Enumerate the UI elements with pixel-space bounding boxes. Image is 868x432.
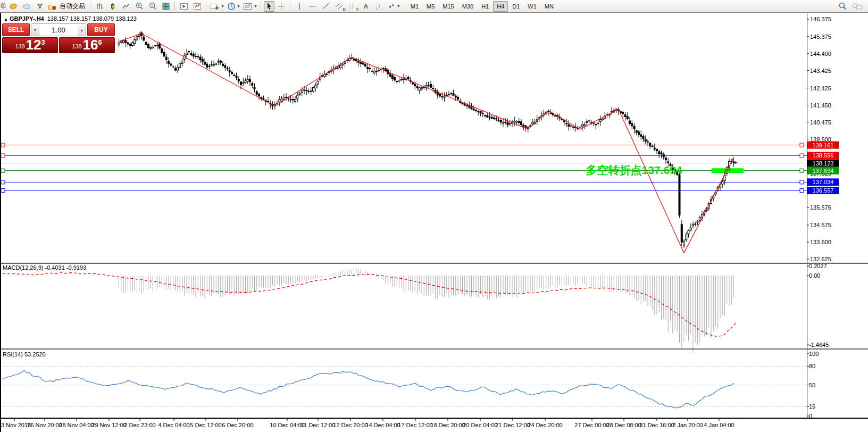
- sell-price-sup: 3: [41, 38, 45, 46]
- price-badge-text: 139.161: [813, 142, 834, 148]
- text-label-tool[interactable]: T: [373, 1, 386, 12]
- volume-input[interactable]: 1.00: [39, 24, 78, 36]
- collapse-marker-icon[interactable]: ▲: [4, 17, 8, 22]
- price-tick: 146.375: [810, 16, 831, 22]
- rsi-tick: 15: [809, 403, 815, 410]
- toolbar-separator: [174, 2, 176, 11]
- horizontal-line-tool[interactable]: [306, 1, 319, 12]
- time-tick: 26 Nov 20:00: [27, 422, 62, 428]
- timeframe-d1-button[interactable]: D1: [508, 1, 523, 12]
- last-price-marker: [735, 161, 738, 164]
- fibonacci-tool[interactable]: F: [346, 1, 359, 12]
- new-chart-button[interactable]: ▼: [209, 1, 226, 12]
- chart-canvas[interactable]: 146.375145.375144.400143.425142.425141.4…: [0, 0, 868, 432]
- toolbar-separator: [90, 2, 91, 11]
- time-tick: 23 Nov 2018: [0, 422, 31, 428]
- equidistant-channel-tool[interactable]: E: [333, 1, 346, 12]
- time-tick: 2 Dec 23:00: [124, 422, 155, 428]
- timeframe-m1-button[interactable]: M1: [407, 1, 422, 12]
- sell-button[interactable]: SELL: [2, 23, 30, 36]
- price-tick: 144.400: [810, 51, 831, 57]
- price-tick: 143.425: [810, 68, 831, 74]
- one-click-trading-panel: SELL ▼ 1.00 ▲ BUY 138 12 3 138 16 6: [2, 23, 115, 53]
- price-tick: 142.425: [810, 85, 831, 92]
- time-tick: 14 Dec 04:00: [365, 422, 400, 428]
- candlestick-chart-icon[interactable]: [106, 1, 119, 12]
- buy-price-button[interactable]: 138 16 6: [59, 37, 115, 53]
- chevron-down-icon: ▼: [237, 4, 240, 8]
- trendline-tool[interactable]: [320, 1, 332, 12]
- price-badge-text: 138.123: [813, 160, 834, 167]
- time-tick: 4 Jan 04:00: [704, 422, 735, 428]
- toolbar-separator: [404, 2, 405, 11]
- signals-icon[interactable]: [34, 1, 46, 12]
- cursor-tool[interactable]: [264, 1, 274, 12]
- indicators-add-icon[interactable]: [178, 1, 190, 12]
- line-chart-icon[interactable]: [120, 1, 132, 12]
- rsi-label: RSI(14) 53.2520: [3, 351, 46, 358]
- timeframe-mn-button[interactable]: MN: [541, 1, 557, 12]
- macd-values: -0.4031 -0.9193: [45, 264, 86, 271]
- bar-chart-icon[interactable]: [93, 1, 106, 12]
- tile-windows-icon[interactable]: [160, 1, 172, 12]
- chevron-down-icon: ▼: [254, 4, 257, 8]
- timeframe-h1-button[interactable]: H1: [478, 1, 493, 12]
- zoom-in-icon[interactable]: [133, 1, 146, 12]
- chat-icon[interactable]: [851, 1, 864, 12]
- chevron-down-icon: ▼: [221, 4, 224, 8]
- autotrade-button[interactable]: 自动交易: [47, 1, 88, 12]
- zigzag-line: [119, 34, 734, 253]
- time-tick: 10 Dec 04:00: [270, 422, 304, 428]
- text-tool[interactable]: A: [360, 1, 372, 12]
- market-cloud-icon[interactable]: [20, 1, 33, 12]
- time-tick: 6 Dec 20:00: [222, 422, 253, 428]
- time-tick: 2 Jan 20:00: [672, 422, 703, 428]
- time-tick: 20 Dec 04:00: [463, 422, 497, 428]
- timeframe-m5-button[interactable]: M5: [423, 1, 438, 12]
- buy-button[interactable]: BUY: [87, 23, 115, 36]
- time-tick: 4 Dec 04:00: [158, 422, 189, 428]
- vertical-line-tool[interactable]: [293, 1, 306, 12]
- price-tick: 134.575: [810, 222, 831, 228]
- arrows-tool[interactable]: ▼: [386, 1, 402, 12]
- timeframe-h4-button[interactable]: H4: [493, 1, 508, 12]
- timeframe-m15-button[interactable]: M15: [439, 1, 457, 12]
- macd-tick: 0.2027: [809, 263, 827, 269]
- time-tick: 18 Dec 20:00: [430, 422, 465, 428]
- indicators-edit-icon[interactable]: [191, 1, 204, 12]
- rsi-tick: 100: [809, 351, 819, 357]
- price-tick: 133.600: [810, 239, 831, 245]
- rsi-tick: 0: [809, 413, 812, 419]
- autotrade-label: 自动交易: [58, 2, 87, 11]
- price-badge-text: 138.556: [813, 152, 834, 159]
- toolbar-separator: [261, 2, 262, 11]
- price-tick: 145.375: [810, 34, 831, 40]
- period-clock-button[interactable]: ▼: [226, 1, 241, 12]
- search-icon[interactable]: [836, 1, 849, 12]
- new-order-icon[interactable]: [7, 1, 20, 12]
- time-tick: 24 Dec 20:00: [528, 422, 562, 428]
- turning-point-annotation: 多空转折点137.694: [586, 164, 682, 177]
- timeframe-w1-button[interactable]: W1: [524, 1, 540, 12]
- buy-price-sup: 6: [98, 38, 102, 46]
- volume-increase-button[interactable]: ▲: [78, 24, 86, 36]
- crosshair-tool[interactable]: [275, 1, 288, 12]
- time-tick: 28 Dec 08:00: [606, 422, 641, 428]
- time-tick: 31 Dec 16:00: [639, 422, 674, 428]
- macd-label: MACD(12,26,9) -0.4031 -0.9193: [3, 264, 86, 271]
- chart-ohlc-values: 138.157 138.157 138.079 138.123: [47, 15, 137, 22]
- zoom-out-icon[interactable]: [146, 1, 159, 12]
- chart-title: GBPJPY-,H4: [10, 15, 44, 22]
- time-tick: 29 Nov 12:00: [91, 422, 126, 428]
- buy-price-prefix: 138: [72, 43, 81, 49]
- price-tick: 141.450: [810, 102, 831, 109]
- macd-signal-line: [3, 272, 736, 336]
- timeframe-group: M1M5M15M30H1H4D1W1MN: [407, 1, 557, 12]
- volume-decrease-button[interactable]: ▼: [31, 24, 39, 36]
- price-tick: 132.625: [810, 256, 831, 262]
- orders-label-clipped[interactable]: 单: [0, 2, 6, 11]
- timeframe-m30-button[interactable]: M30: [458, 1, 477, 12]
- toolbar-separator: [206, 2, 207, 11]
- sell-price-button[interactable]: 138 12 3: [2, 37, 58, 53]
- templates-button[interactable]: ▼: [242, 1, 258, 12]
